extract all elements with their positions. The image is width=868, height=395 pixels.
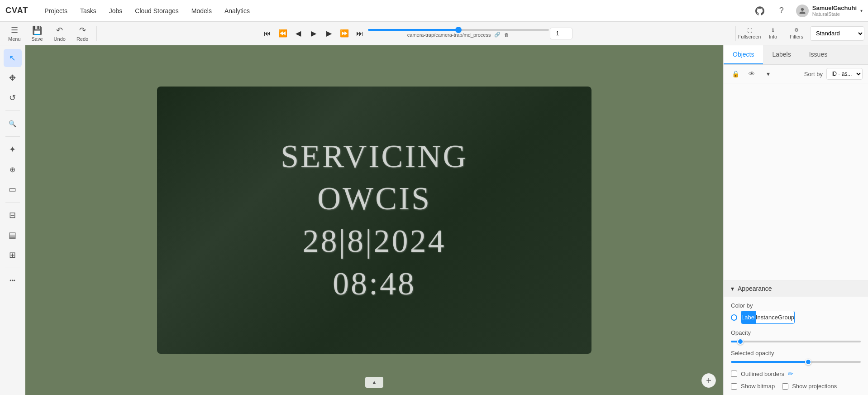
redo-icon: ↷	[79, 25, 86, 35]
info-button[interactable]: ℹ Info	[763, 24, 783, 43]
tool-separator-2	[5, 136, 20, 137]
view-select[interactable]: Standard	[810, 26, 864, 41]
selected-opacity-section: Selected opacity	[731, 350, 861, 365]
eye-button[interactable]: 👁	[745, 67, 758, 80]
chalkboard-line-4: 08:48	[281, 263, 468, 305]
appearance-header[interactable]: ▾ Appearance	[724, 280, 868, 297]
nav-jobs[interactable]: Jobs	[104, 5, 128, 17]
undo-button[interactable]: ↶ Undo	[49, 24, 70, 43]
rectangle-tool[interactable]: ▭	[4, 180, 22, 198]
chevron-down-icon: ▾	[860, 8, 863, 13]
prev-button[interactable]: ◀	[291, 26, 305, 41]
opacity-label: Opacity	[731, 329, 861, 336]
next-multi-button[interactable]: ⏩	[337, 26, 352, 41]
delete-icon[interactable]: 🗑	[504, 32, 509, 38]
video-tool[interactable]: ▤	[4, 226, 22, 244]
nav-cloud-storages[interactable]: Cloud Storages	[129, 5, 184, 17]
app-logo: CVAT	[5, 6, 28, 15]
tool-separator-4	[5, 268, 20, 268]
menu-label: Menu	[8, 36, 21, 42]
nav-analytics[interactable]: Analytics	[219, 5, 255, 17]
selected-opacity-slider[interactable]	[731, 361, 861, 363]
next-button[interactable]: ▶	[322, 26, 336, 41]
filters-button[interactable]: ⚙ Filters	[787, 24, 806, 43]
color-by-instance-btn[interactable]: Instance	[756, 311, 778, 323]
progress-section: camera-trap/camera-trap/md_process 🔗 🗑	[368, 29, 549, 38]
chalkboard-line-1: SERVICING	[281, 135, 468, 178]
color-by-label-btn[interactable]: Label	[741, 311, 756, 323]
more-tools[interactable]: •••	[4, 272, 22, 290]
menu-button[interactable]: ☰ Menu	[4, 24, 25, 43]
rotate-tool[interactable]: ↺	[4, 89, 22, 107]
split-tool[interactable]: ⊞	[4, 246, 22, 264]
lock-button[interactable]: 🔒	[729, 67, 742, 80]
stack-tool[interactable]: ⊟	[4, 206, 22, 224]
show-projections-row: Show projections	[782, 383, 837, 390]
save-label: Save	[32, 36, 43, 42]
objects-list	[724, 83, 868, 280]
nav-models[interactable]: Models	[186, 5, 217, 17]
help-icon[interactable]: ?	[774, 4, 789, 18]
add-button[interactable]: +	[701, 373, 716, 388]
playback-controls: ⏮ ⏪ ◀ ▶ ▶ ⏩ ⏭ camera-trap/camera-trap/md…	[100, 26, 732, 41]
outlined-borders-checkbox[interactable]	[731, 371, 737, 377]
tab-objects[interactable]: Objects	[724, 45, 763, 64]
dropdown-button[interactable]: ▾	[762, 67, 774, 80]
appearance-section: ▾ Appearance Color by Label Instance Gro…	[724, 280, 868, 395]
redo-label: Redo	[76, 36, 88, 42]
tab-labels[interactable]: Labels	[763, 45, 800, 64]
opacity-slider[interactable]	[731, 341, 861, 342]
nav-tasks[interactable]: Tasks	[75, 5, 102, 17]
show-projections-checkbox[interactable]	[782, 383, 788, 390]
zoom-search-tool[interactable]: 🔍	[4, 115, 22, 133]
frame-input[interactable]	[550, 28, 572, 39]
appearance-body: Color by Label Instance Group Opacity	[724, 297, 868, 395]
sort-select[interactable]: ID - as...	[826, 68, 863, 80]
prev-multi-button[interactable]: ⏪	[276, 26, 290, 41]
group-tool[interactable]: ⊕	[4, 160, 22, 178]
main-content: ↖ ✥ ↺ 🔍 ✦ ⊕ ▭ ⊟ ▤ ⊞ ••• SERVICING OWCIS …	[0, 45, 868, 395]
edit-color-icon[interactable]: ✏	[788, 370, 793, 377]
move-tool[interactable]: ✥	[4, 69, 22, 87]
show-bitmap-row: Show bitmap	[731, 383, 775, 390]
lock-icon: 🔒	[732, 70, 739, 77]
skip-first-button[interactable]: ⏮	[260, 26, 275, 41]
save-button[interactable]: 💾 Save	[27, 24, 48, 43]
smart-tool[interactable]: ✦	[4, 140, 22, 159]
skip-last-button[interactable]: ⏭	[353, 26, 367, 41]
chalkboard: SERVICING OWCIS 28|8|2024 08:48	[157, 87, 591, 354]
undo-label: Undo	[54, 36, 66, 42]
sidebar-toolbar: 🔒 👁 ▾ Sort by ID - as...	[724, 65, 868, 83]
toolbar-separator-1	[96, 26, 97, 41]
show-projections-label: Show projections	[792, 383, 837, 390]
right-sidebar: Objects Labels Issues 🔒 👁 ▾ Sort by ID -…	[723, 45, 868, 395]
show-bitmap-label: Show bitmap	[741, 383, 775, 390]
color-by-label: Color by	[731, 302, 861, 309]
user-section[interactable]: SamuelGachuhi NaturalState ▾	[796, 5, 863, 17]
play-button[interactable]: ▶	[306, 26, 321, 41]
color-radio[interactable]	[731, 314, 737, 321]
progress-path: camera-trap/camera-trap/md_process 🔗 🗑	[407, 32, 510, 38]
expand-button[interactable]: ▲	[365, 377, 383, 388]
nav-projects[interactable]: Projects	[39, 5, 73, 17]
tab-issues[interactable]: Issues	[800, 45, 836, 64]
chalkboard-line-3: 28|8|2024	[281, 220, 468, 263]
outlined-borders-row: Outlined borders ✏	[731, 370, 861, 377]
info-label: Info	[769, 34, 777, 39]
redo-button[interactable]: ↷ Redo	[72, 24, 93, 43]
cursor-tool[interactable]: ↖	[4, 49, 22, 67]
user-info: SamuelGachuhi NaturalState	[812, 5, 857, 17]
toolbar-separator-2	[735, 26, 736, 41]
fullscreen-label: Fullscreen	[738, 34, 761, 39]
tool-separator-3	[5, 202, 20, 202]
github-icon[interactable]	[753, 4, 767, 18]
fullscreen-button[interactable]: ⛶ Fullscreen	[739, 24, 759, 43]
main-toolbar: ☰ Menu 💾 Save ↶ Undo ↷ Redo ⏮ ⏪ ◀ ▶ ▶ ⏩ …	[0, 22, 868, 45]
color-by-group-btn[interactable]: Group	[778, 311, 794, 323]
progress-slider[interactable]	[368, 29, 549, 31]
info-icon: ℹ	[772, 27, 774, 33]
selected-opacity-label: Selected opacity	[731, 350, 861, 356]
collapse-icon: ▾	[731, 285, 734, 292]
filters-label: Filters	[790, 34, 803, 39]
show-bitmap-checkbox[interactable]	[731, 383, 737, 390]
